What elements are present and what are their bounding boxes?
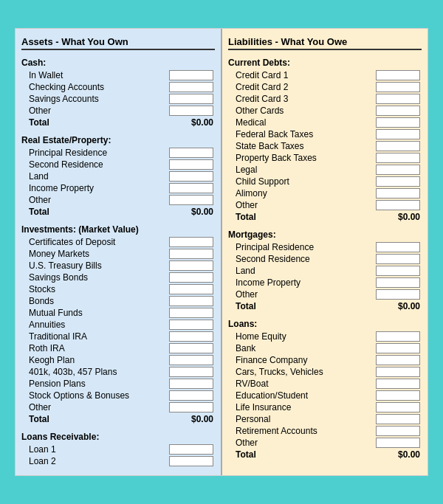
item-label: Loan 1 [21,444,169,455]
item-label: Checking Accounts [21,82,169,92]
item-input[interactable] [169,237,213,247]
item-input[interactable] [169,171,213,182]
item-input[interactable] [376,289,420,300]
total-label: Total [21,207,169,217]
item-label: Medical [228,117,376,128]
item-label: Savings Bonds [21,272,169,283]
list-item: Mutual Funds [21,308,215,318]
item-input[interactable] [169,355,213,365]
item-input[interactable] [376,379,420,389]
item-input[interactable] [376,343,420,353]
item-input[interactable] [169,94,213,104]
list-item: Credit Card 3 [228,94,422,104]
total-value: $0.00 [376,449,420,460]
item-input[interactable] [169,284,213,294]
item-input[interactable] [169,82,213,92]
item-input[interactable] [169,260,213,271]
group-title-investments: Investments: (Market Value) [21,224,215,235]
list-item: Federal Back Taxes [228,129,422,139]
item-input[interactable] [376,355,420,365]
item-input[interactable] [169,331,213,342]
list-item: Finance Company [228,355,422,365]
total-row: Total $0.00 [21,414,215,424]
item-label: In Wallet [21,70,169,80]
item-input[interactable] [169,444,213,455]
item-input[interactable] [169,70,213,80]
item-label: State Back Taxes [228,141,376,151]
item-input[interactable] [376,94,420,104]
item-input[interactable] [169,308,213,318]
item-input[interactable] [376,426,420,436]
item-label: Personal [228,414,376,424]
list-item: Keogh Plan [21,355,215,365]
total-row: Total $0.00 [228,449,422,460]
item-input[interactable] [376,331,420,342]
item-input[interactable] [169,343,213,353]
item-label: Land [228,266,376,276]
item-input[interactable] [169,159,213,170]
item-input[interactable] [169,272,213,283]
item-label: Federal Back Taxes [228,129,376,139]
list-item: Other [21,106,215,116]
total-label: Total [228,301,376,311]
list-item: Cars, Trucks, Vehicles [228,367,422,377]
item-label: U.S. Treasury Bills [21,260,169,271]
item-input[interactable] [376,188,420,199]
item-input[interactable] [376,165,420,175]
item-input[interactable] [376,414,420,424]
item-input[interactable] [376,390,420,401]
item-label: Stock Options & Bonuses [21,390,169,401]
item-input[interactable] [169,183,213,193]
item-input[interactable] [169,367,213,377]
item-label: Legal [228,165,376,175]
item-input[interactable] [169,148,213,158]
item-input[interactable] [169,379,213,389]
item-input[interactable] [376,153,420,163]
item-input[interactable] [376,277,420,288]
group-title-loans-receivable: Loans Receivable: [21,432,215,442]
item-label: Bank [228,343,376,353]
item-input[interactable] [376,129,420,139]
item-input[interactable] [376,438,420,448]
item-input[interactable] [169,402,213,412]
item-input[interactable] [376,254,420,264]
item-input[interactable] [376,176,420,187]
item-label: Education/Student [228,390,376,401]
list-item: Legal [228,165,422,175]
total-label: Total [228,449,376,460]
list-item: Other [228,438,422,448]
item-label: Credit Card 1 [228,70,376,80]
list-item: Savings Bonds [21,272,215,283]
total-value: $0.00 [169,414,213,424]
item-input[interactable] [169,456,213,466]
group-title-cash: Cash: [21,58,215,68]
list-item: State Back Taxes [228,141,422,151]
item-label: Other [228,438,376,448]
item-input[interactable] [169,195,213,205]
list-item: Bonds [21,296,215,306]
item-input[interactable] [376,200,420,210]
item-input[interactable] [376,367,420,377]
item-input[interactable] [169,320,213,330]
item-input[interactable] [376,106,420,116]
item-input[interactable] [376,242,420,252]
item-input[interactable] [376,117,420,128]
item-label: Annuities [21,320,169,330]
item-input[interactable] [169,249,213,259]
item-input[interactable] [376,266,420,276]
item-input[interactable] [376,402,420,412]
item-label: Other [21,195,169,205]
list-item: Loan 1 [21,444,215,455]
item-input[interactable] [376,141,420,151]
item-input[interactable] [169,296,213,306]
total-value: $0.00 [376,212,420,222]
balance-sheet: Assets - What You Own Cash: In Wallet Ch… [15,28,428,476]
item-input[interactable] [376,82,420,92]
item-input[interactable] [376,70,420,80]
item-input[interactable] [169,106,213,116]
item-label: Other [228,289,376,300]
list-item: Second Residence [21,159,215,170]
item-label: Second Residence [21,159,169,170]
item-input[interactable] [169,390,213,401]
list-item: U.S. Treasury Bills [21,260,215,271]
